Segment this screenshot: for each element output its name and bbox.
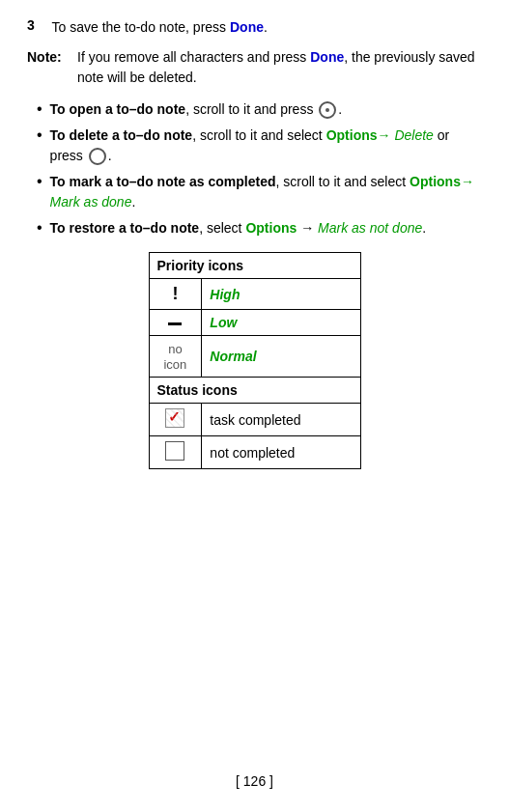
mark-as-done-link: Mark as done	[50, 194, 132, 210]
not-completed-label: not completed	[210, 445, 295, 461]
options-link-mark: Options→	[410, 174, 474, 189]
exclamation-icon: !	[172, 284, 178, 303]
step-3-line: 3 To save the to-do note, press Done.	[27, 17, 482, 38]
dash-icon	[168, 322, 182, 325]
note-block: Note: If you remove all characters and p…	[27, 47, 482, 88]
note-label: Note:	[27, 47, 77, 88]
high-label-cell: High	[202, 279, 360, 310]
low-icon-cell	[149, 310, 202, 336]
page-number-text: [ 126 ]	[236, 773, 273, 789]
task-completed-icon-cell	[149, 404, 202, 436]
bullet-restore: To restore a to–do note, select Options …	[27, 218, 482, 238]
note-text: If you remove all characters and press D…	[77, 47, 482, 88]
high-icon-cell: !	[149, 279, 202, 310]
bullet-open-bold: To open a to–do note	[50, 101, 186, 117]
priority-low-row: Low	[149, 310, 360, 336]
task-completed-icon	[165, 408, 184, 428]
normal-label-cell: Normal	[202, 336, 360, 378]
no-icon-cell: no icon	[149, 336, 202, 378]
scroll-icon	[319, 101, 336, 119]
bullet-mark-completed: To mark a to–do note as completed, scrol…	[27, 172, 482, 212]
priority-normal-row: no icon Normal	[149, 336, 360, 378]
delete-link: Delete	[394, 127, 433, 143]
page-number: [ 126 ]	[0, 773, 509, 789]
task-completed-label: task completed	[210, 412, 300, 428]
low-label-cell: Low	[202, 310, 360, 336]
status-header-cell: Status icons	[149, 378, 360, 404]
not-completed-label-cell: not completed	[202, 436, 360, 469]
bullet-open: To open a to–do note, scroll to it and p…	[27, 99, 482, 120]
bullet-list: To open a to–do note, scroll to it and p…	[27, 99, 482, 238]
priority-high-row: ! High	[149, 279, 360, 310]
step-text: To save the to-do note, press Done.	[44, 17, 268, 38]
no-icon-label: no icon	[163, 342, 186, 372]
priority-header-cell: Priority icons	[149, 253, 360, 279]
not-completed-icon	[165, 441, 184, 461]
bullet-restore-bold: To restore a to–do note	[50, 220, 200, 236]
task-completed-label-cell: task completed	[202, 404, 360, 436]
normal-label: Normal	[210, 349, 256, 364]
c-icon	[89, 148, 106, 165]
done-keyword-2: Done	[310, 49, 344, 65]
high-label: High	[210, 287, 240, 302]
done-keyword: Done	[230, 19, 264, 35]
options-link-delete: Options→	[326, 127, 391, 143]
not-completed-icon-cell	[149, 436, 202, 469]
low-label: Low	[210, 315, 237, 330]
status-not-completed-row: not completed	[149, 436, 360, 469]
bullet-mark-bold: To mark a to–do note as completed	[50, 174, 276, 189]
priority-status-table-wrapper: Priority icons ! High Low	[27, 252, 482, 469]
priority-status-table: Priority icons ! High Low	[149, 252, 361, 469]
bullet-delete-bold: To delete a to–do note	[50, 127, 193, 143]
step-number: 3	[27, 17, 44, 38]
priority-header-row: Priority icons	[149, 253, 360, 279]
status-header-row: Status icons	[149, 378, 360, 404]
options-link-restore: Options	[245, 220, 297, 236]
mark-as-not-done-link: Mark as not done	[318, 220, 422, 236]
bullet-delete: To delete a to–do note, scroll to it and…	[27, 126, 482, 166]
status-completed-row: task completed	[149, 404, 360, 436]
